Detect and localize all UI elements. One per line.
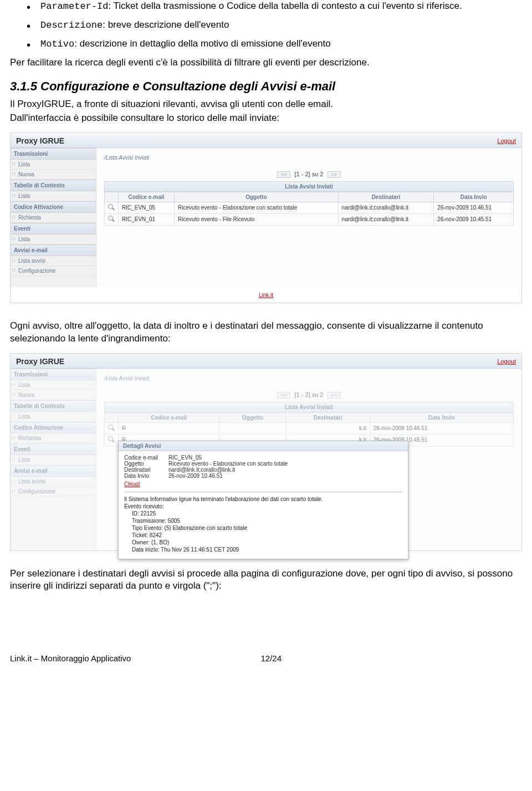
sidebar-group-trasmissioni: Trasmissioni — [11, 369, 96, 380]
cell-oggetto: Ricevuto evento - File Ricevuto — [175, 213, 339, 225]
bullet-code: Parameter-Id — [40, 1, 108, 12]
sidebar-item-richiesta[interactable]: Richiesta — [11, 213, 96, 223]
cell-codice: RIC_EVN_05 — [119, 202, 175, 213]
modal-body-line: Tipo Evento: (5) Elaborazione con scarto… — [124, 524, 402, 532]
sidebar-group-eventi: Eventi — [11, 223, 96, 234]
app-footer: Link.it — [11, 287, 521, 303]
pager-next-button[interactable]: >> — [328, 392, 341, 399]
paragraph: Dall'interfaccia è possibile consultare … — [10, 112, 522, 125]
bullet-item: Parameter-Id: Ticket della trasmissione … — [27, 0, 522, 13]
pager-text: [1 - 2] su 2 — [295, 171, 324, 177]
main-panel: /Lista Avvisi Inviati << [1 - 2] su 2 >>… — [96, 148, 521, 287]
col-icon — [105, 412, 119, 422]
footer-page: 12/24 — [260, 654, 282, 663]
paragraph: Per facilitare la ricerca degli eventi c… — [10, 57, 522, 69]
magnify-icon[interactable] — [108, 425, 115, 431]
bullet-text: : descrizione in dettaglio della motivo … — [74, 38, 331, 49]
bullet-list: Parameter-Id: Ticket della trasmissione … — [10, 0, 522, 51]
screenshot-proxy-igrue-list: Proxy IGRUE Logout Trasmissioni Lista Nu… — [10, 132, 522, 303]
col-codice: Codice e-mail — [119, 412, 219, 422]
field-value: 26-nov-2009 10.46.51 — [168, 473, 223, 479]
pager-prev-button[interactable]: << — [277, 392, 291, 399]
magnify-icon[interactable] — [108, 436, 115, 443]
logout-link[interactable]: Logout — [497, 358, 516, 365]
sidebar-item-configurazione[interactable]: Configurazione — [11, 487, 96, 497]
pager: << [1 - 2] su 2 >> — [104, 171, 514, 178]
logout-link[interactable]: Logout — [497, 137, 516, 144]
sidebar-item-richiesta[interactable]: Richiesta — [11, 433, 96, 443]
sidebar-item-lista[interactable]: Lista — [11, 160, 96, 170]
cell-destinatari: nardi@link.it;corallo@link.it — [338, 213, 434, 225]
bullet-item: Descrizione: breve descrizione dell'even… — [27, 19, 522, 32]
sidebar: Trasmissioni Lista Nuova Tabelle di Cont… — [11, 148, 96, 287]
cell-data: 26-nov-2009 10.46.51 — [370, 422, 513, 434]
col-data: Data Invio — [434, 192, 514, 202]
avvisi-table: Codice e-mail Oggetto Destinatari Data I… — [104, 192, 514, 226]
field-label: Codice e-mail — [124, 455, 168, 461]
footer-left: Link.it – Monitoraggio Applicativo — [10, 654, 131, 663]
list-title: Lista Avvisi Inviati — [104, 181, 514, 192]
sidebar: Trasmissioni Lista Nuova Tabelle di Cont… — [11, 369, 96, 550]
field-value: Ricevuto evento - Elaborazione con scart… — [168, 461, 288, 467]
app-title: Proxy IGRUE — [16, 136, 64, 145]
cell-oggetto: Ricevuto evento - Elaborazione con scart… — [175, 202, 339, 213]
modal-body-line: Data inizio: Thu Nov 26 11:46:51 CET 200… — [124, 546, 402, 553]
sidebar-item-lista-avvisi[interactable]: Lista avvisi — [11, 477, 96, 487]
close-link[interactable]: Chiudi — [124, 481, 402, 487]
sidebar-item-nuova[interactable]: Nuova — [11, 170, 96, 180]
col-codice: Codice e-mail — [119, 192, 175, 202]
col-destinatari: Destinatari — [338, 192, 434, 202]
paragraph: Il ProxyIGRUE, a fronte di situazioni ri… — [10, 98, 522, 111]
sidebar-group-eventi: Eventi — [11, 443, 96, 455]
sidebar-group-tabelle: Tabelle di Contesto — [11, 400, 96, 412]
modal-body-line: Owner: (1, BO) — [124, 539, 402, 546]
modal-body-line: Ticket: 8242 — [124, 532, 402, 539]
bullet-text: : breve descrizione dell'evento — [103, 19, 229, 30]
bullet-text: : Ticket della trasmissione o Codice del… — [108, 1, 462, 11]
paragraph: Per selezionare i destinatari degli avvi… — [10, 568, 522, 593]
field-label: Data Invio — [124, 473, 168, 479]
app-topbar: Proxy IGRUE Logout — [11, 133, 521, 148]
table-row: RIC_EVN_01 Ricevuto evento - File Ricevu… — [105, 213, 514, 225]
pager-prev-button[interactable]: << — [277, 171, 291, 178]
bullet-item: Motivo: descrizione in dettaglio della m… — [27, 38, 522, 51]
col-oggetto: Oggetto — [219, 412, 286, 422]
sidebar-group-avvisi: Avvisi e-mail — [11, 244, 96, 256]
cell-codice: RIC_EVN_01 — [119, 213, 175, 225]
modal-body-line: Evento ricevuto: — [124, 503, 402, 510]
breadcrumb: /Lista Avvisi Inviati — [104, 375, 514, 381]
sidebar-item-lista[interactable]: Lista — [11, 455, 96, 465]
sidebar-item-lista[interactable]: Lista — [11, 380, 96, 390]
sidebar-item-configurazione[interactable]: Configurazione — [11, 266, 96, 276]
sidebar-item-nuova[interactable]: Nuova — [11, 390, 96, 400]
paragraph: Ogni avviso, oltre all'oggetto, la data … — [10, 320, 522, 345]
breadcrumb: /Lista Avvisi Inviati — [104, 155, 514, 161]
sidebar-item-lista[interactable]: Lista — [11, 412, 96, 422]
pager-text: [1 - 2] su 2 — [295, 391, 324, 398]
col-icon — [105, 192, 119, 202]
section-heading: 3.1.5 Configurazione e Consultazione deg… — [10, 79, 522, 94]
sidebar-item-lista[interactable]: Lista — [11, 234, 96, 244]
field-label: Oggetto — [124, 461, 168, 467]
linkit-link[interactable]: Link.it — [259, 292, 273, 298]
sidebar-group-trasmissioni: Trasmissioni — [11, 148, 96, 160]
main-panel: /Lista Avvisi Inviati << [1 - 2] su 2 >>… — [96, 369, 521, 550]
cell-data: 26-nov-2009 10.46.51 — [434, 202, 514, 213]
magnify-icon[interactable] — [108, 204, 115, 211]
field-value: RIC_EVN_05 — [168, 455, 202, 461]
pager-next-button[interactable]: >> — [328, 171, 341, 178]
app-topbar: Proxy IGRUE Logout — [11, 354, 521, 369]
sidebar-item-lista-avvisi[interactable]: Lista avvisi — [11, 256, 96, 266]
magnify-icon[interactable] — [108, 216, 115, 222]
table-row: Rk.it 26-nov-2009 10.46.51 — [105, 422, 514, 434]
table-row: RIC_EVN_05 Ricevuto evento - Elaborazion… — [105, 202, 514, 213]
sidebar-group-codice: Codice Attivazione — [11, 422, 96, 433]
field-label: Destinatari — [124, 467, 168, 473]
sidebar-item-lista[interactable]: Lista — [11, 191, 96, 201]
col-oggetto: Oggetto — [175, 192, 339, 202]
modal-body-line: ID: 22125 — [124, 510, 402, 517]
bullet-code: Descrizione — [40, 20, 103, 30]
col-destinatari: Destinatari — [286, 412, 370, 422]
modal-title: Dettagli Avvisi — [119, 441, 408, 451]
sidebar-group-codice: Codice Attivazione — [11, 201, 96, 213]
